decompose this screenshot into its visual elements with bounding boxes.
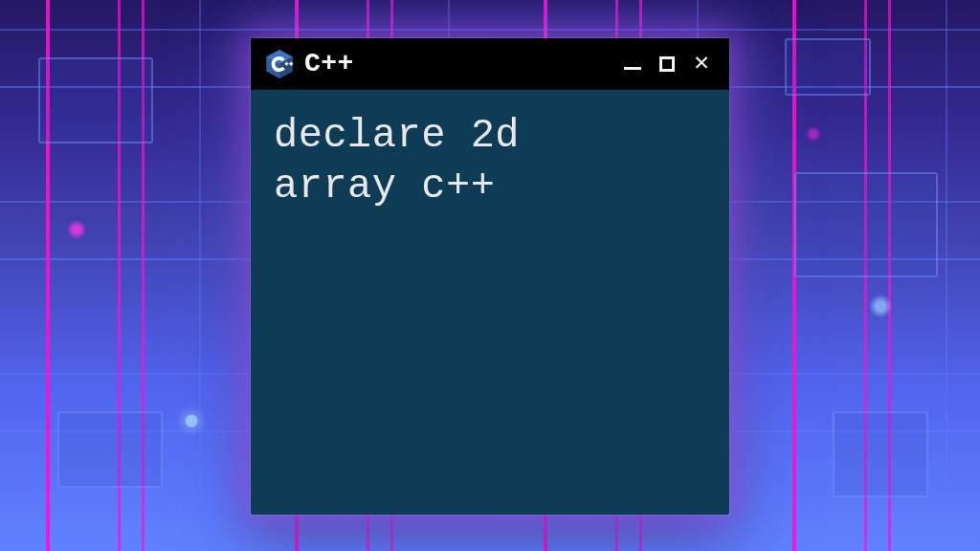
- chip-decoration: [833, 411, 928, 497]
- maximize-button[interactable]: [657, 54, 678, 75]
- close-button[interactable]: ✕: [691, 54, 712, 75]
- chip-decoration: [785, 38, 871, 96]
- terminal-window: C++ ✕ declare 2d array c++: [251, 38, 729, 515]
- minimize-icon: [624, 67, 641, 70]
- cpp-icon: [264, 49, 295, 79]
- chip-decoration: [794, 172, 938, 277]
- svg-rect-4: [286, 61, 287, 65]
- maximize-icon: [659, 56, 675, 72]
- code-line: declare 2d: [274, 113, 520, 159]
- code-content: declare 2d array c++: [274, 111, 706, 211]
- window-title: C++: [304, 49, 612, 78]
- close-icon: ✕: [694, 51, 709, 76]
- chip-decoration: [38, 57, 153, 143]
- minimize-button[interactable]: [622, 54, 643, 75]
- window-titlebar[interactable]: C++ ✕: [251, 38, 729, 90]
- svg-rect-6: [291, 61, 292, 65]
- window-controls: ✕: [622, 54, 712, 75]
- window-body: declare 2d array c++: [251, 90, 729, 232]
- chip-decoration: [57, 411, 163, 488]
- code-line: array c++: [274, 164, 495, 209]
